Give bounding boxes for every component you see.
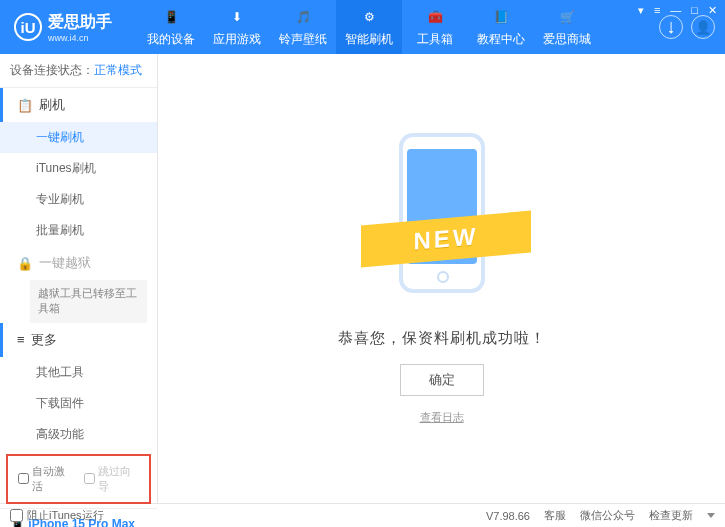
sidebar-group-head[interactable]: 📋刷机 <box>0 88 157 122</box>
sidebar-item[interactable]: 下载固件 <box>0 388 157 419</box>
app-logo: iU 爱思助手 www.i4.cn <box>0 12 138 43</box>
nav-icon: ⬇ <box>227 7 247 27</box>
version-label: V7.98.66 <box>486 510 530 522</box>
nav-item-5[interactable]: 📘教程中心 <box>468 0 534 54</box>
sidebar-group-head[interactable]: 🔒一键越狱 <box>0 246 157 280</box>
app-site: www.i4.cn <box>48 33 112 43</box>
nav-icon: 🧰 <box>425 7 445 27</box>
nav-label: 智能刷机 <box>345 31 393 48</box>
nav-item-3[interactable]: ⚙智能刷机 <box>336 0 402 54</box>
footer-link-wechat[interactable]: 微信公众号 <box>580 508 635 523</box>
user-icon[interactable]: 👤 <box>691 15 715 39</box>
nav-item-4[interactable]: 🧰工具箱 <box>402 0 468 54</box>
nav-label: 教程中心 <box>477 31 525 48</box>
group-icon: 📋 <box>17 98 33 113</box>
footer-link-update[interactable]: 检查更新 <box>649 508 693 523</box>
nav-label: 应用游戏 <box>213 31 261 48</box>
nav-icon: 🎵 <box>293 7 313 27</box>
footer-link-support[interactable]: 客服 <box>544 508 566 523</box>
phone-illustration: NEW <box>367 133 517 313</box>
win-menu2[interactable]: ≡ <box>652 4 662 17</box>
sidebar: 设备连接状态：正常模式 📋刷机一键刷机iTunes刷机专业刷机批量刷机🔒一键越狱… <box>0 54 158 503</box>
logo-icon: iU <box>14 13 42 41</box>
minimize-button[interactable]: — <box>668 4 683 17</box>
nav-label: 铃声壁纸 <box>279 31 327 48</box>
app-name: 爱思助手 <box>48 12 112 33</box>
main-content: NEW 恭喜您，保资料刷机成功啦！ 确定 查看日志 <box>158 54 725 503</box>
nav-icon: 📘 <box>491 7 511 27</box>
nav-label: 我的设备 <box>147 31 195 48</box>
window-controls: ▾ ≡ — □ ✕ <box>636 4 719 17</box>
win-menu1[interactable]: ▾ <box>636 4 646 17</box>
skip-guide-checkbox[interactable]: 跳过向导 <box>84 464 140 494</box>
close-button[interactable]: ✕ <box>706 4 719 17</box>
connection-status: 设备连接状态：正常模式 <box>0 54 157 88</box>
sidebar-item: 越狱工具已转移至工具箱 <box>30 280 147 323</box>
options-highlighted-box: 自动激活 跳过向导 <box>6 454 151 504</box>
sidebar-group-head[interactable]: ≡更多 <box>0 323 157 357</box>
nav-item-0[interactable]: 📱我的设备 <box>138 0 204 54</box>
sidebar-item[interactable]: iTunes刷机 <box>0 153 157 184</box>
titlebar: iU 爱思助手 www.i4.cn 📱我的设备⬇应用游戏🎵铃声壁纸⚙智能刷机🧰工… <box>0 0 725 54</box>
nav-item-6[interactable]: 🛒爱思商城 <box>534 0 600 54</box>
main-nav: 📱我的设备⬇应用游戏🎵铃声壁纸⚙智能刷机🧰工具箱📘教程中心🛒爱思商城 <box>138 0 600 54</box>
group-icon: 🔒 <box>17 256 33 271</box>
ok-button[interactable]: 确定 <box>400 364 484 396</box>
nav-item-2[interactable]: 🎵铃声壁纸 <box>270 0 336 54</box>
block-itunes-checkbox[interactable]: 阻止iTunes运行 <box>10 508 104 523</box>
nav-item-1[interactable]: ⬇应用游戏 <box>204 0 270 54</box>
dropdown-icon[interactable] <box>707 513 715 518</box>
nav-icon: 🛒 <box>557 7 577 27</box>
sidebar-item[interactable]: 批量刷机 <box>0 215 157 246</box>
download-icon[interactable]: ⭣ <box>659 15 683 39</box>
sidebar-item[interactable]: 一键刷机 <box>0 122 157 153</box>
group-icon: ≡ <box>17 332 25 347</box>
view-log-link[interactable]: 查看日志 <box>420 410 464 425</box>
nav-icon: ⚙ <box>359 7 379 27</box>
sidebar-item[interactable]: 高级功能 <box>0 419 157 450</box>
maximize-button[interactable]: □ <box>689 4 700 17</box>
sidebar-item[interactable]: 专业刷机 <box>0 184 157 215</box>
nav-label: 工具箱 <box>417 31 453 48</box>
new-badge: NEW <box>361 210 531 267</box>
nav-label: 爱思商城 <box>543 31 591 48</box>
sidebar-item[interactable]: 其他工具 <box>0 357 157 388</box>
auto-activate-checkbox[interactable]: 自动激活 <box>18 464 74 494</box>
success-message: 恭喜您，保资料刷机成功啦！ <box>338 329 546 348</box>
nav-icon: 📱 <box>161 7 181 27</box>
